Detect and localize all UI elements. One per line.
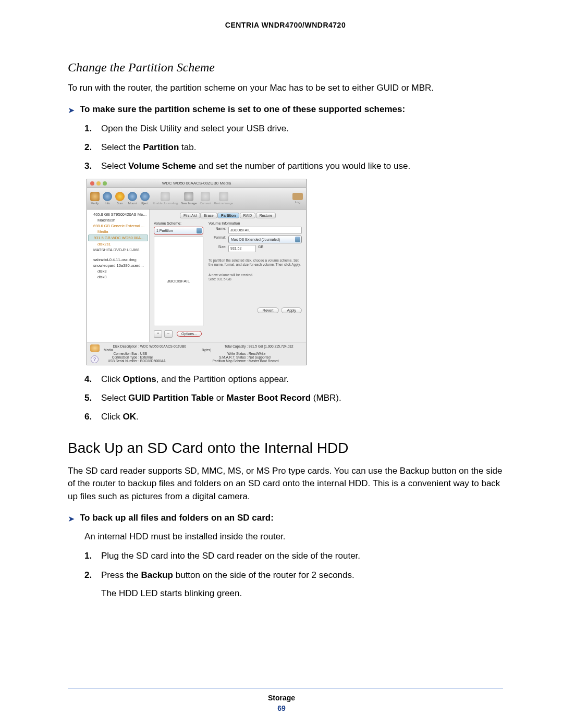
arrow-icon: ➤	[68, 513, 75, 525]
add-partition-button[interactable]: +	[154, 330, 162, 338]
info-button[interactable]: Info	[103, 192, 112, 205]
volume-scheme-label: Volume Scheme:	[154, 221, 203, 225]
page-footer: Storage 69	[0, 688, 563, 712]
name-label: Name:	[209, 227, 226, 234]
device-sidebar: 465.8 GB ST9500420AS Media Macintosh 698…	[87, 209, 150, 342]
sidebar-item-dvd[interactable]: MATSHITA DVD-R UJ-868	[88, 247, 148, 253]
convert-icon	[201, 192, 210, 201]
format-dropdown[interactable]: Mac OS Extended (Journaled)	[228, 236, 302, 243]
format-label: Format:	[209, 236, 226, 243]
resize-image-button: Resize Image	[214, 192, 233, 205]
sidebar-item-dmg2a[interactable]: disk3	[88, 268, 148, 274]
burn-icon	[115, 192, 125, 201]
log-icon	[292, 193, 303, 200]
resize-icon	[219, 192, 228, 201]
footer-page-number: 69	[0, 704, 563, 712]
window-title: WDC WD50 00AACS-00ZUB0 Media	[87, 181, 306, 186]
procedure-heading-b: ➤ To back up all files and folders on an…	[68, 513, 503, 525]
tab-erase[interactable]: Erase	[200, 213, 217, 218]
disk-utility-screenshot: WDC WD50 00AACS-00ZUB0 Media Verify Info…	[87, 179, 307, 365]
new-image-button[interactable]: New Image	[181, 192, 197, 205]
remove-partition-button[interactable]: −	[164, 330, 173, 338]
procedure-heading-text: To make sure the partition scheme is set…	[80, 104, 405, 115]
help-icon[interactable]: ?	[91, 355, 99, 363]
page-header: CENTRIA WNDR4700/WNDR4720	[68, 21, 503, 29]
step-a3: Select Volume Scheme and set the number …	[101, 159, 503, 173]
tab-raid[interactable]: RAID	[240, 213, 256, 218]
heading-change-partition: Change the Partition Scheme	[68, 60, 503, 75]
step-b1: Plug the SD card into the SD card reader…	[101, 549, 503, 563]
tab-partition[interactable]: Partition	[217, 213, 239, 218]
mount-icon	[128, 192, 137, 201]
footer-section: Storage	[0, 694, 563, 702]
sidebar-item-dmg2b[interactable]: disk3	[88, 274, 148, 280]
enable-journaling-button: Enable Journaling	[153, 192, 178, 205]
verify-icon	[90, 192, 100, 201]
revert-button[interactable]: Revert	[257, 307, 279, 313]
steps-list-a-cont: 4. Click Options, and the Partition opti…	[84, 373, 503, 424]
options-button[interactable]: Options...	[177, 331, 202, 337]
convert-button: Convert	[200, 192, 211, 205]
size-field[interactable]: 931.52	[228, 245, 256, 252]
heading-backup-sd: Back Up an SD Card onto the Internal HDD	[68, 440, 503, 456]
apply-button[interactable]: Apply	[281, 307, 302, 313]
sidebar-item-disk3a[interactable]: disk2s1	[88, 241, 148, 247]
arrow-icon: ➤	[68, 104, 75, 117]
info-icon	[103, 192, 112, 201]
partition-note-1: To partition the selected disk, choose a…	[209, 258, 302, 267]
burn-button[interactable]: Burn	[115, 192, 125, 205]
step-a6: Click OK.	[101, 410, 503, 424]
step-a2: Select the Partition tab.	[101, 141, 503, 154]
step-b2-post: The HDD LED starts blinking green.	[101, 587, 503, 600]
mount-button[interactable]: Mount	[128, 192, 137, 205]
tab-restore[interactable]: Restore	[256, 213, 276, 218]
partition-layout-box[interactable]: JBODisFAIL	[154, 237, 203, 326]
step-a1: Open the Disk Utility and select your US…	[101, 122, 503, 135]
eject-icon	[140, 192, 150, 201]
partition-name: JBODisFAIL	[167, 279, 190, 283]
procedure-heading-b-text: To back up all files and folders on an S…	[80, 513, 274, 523]
partition-note-2: A new volume will be created. Size: 931.…	[209, 273, 302, 281]
log-button[interactable]: Log	[292, 193, 303, 204]
tab-bar: First Aid Erase Partition RAID Restore	[154, 213, 302, 218]
size-label: Size:	[209, 245, 226, 252]
sidebar-item-dmg1[interactable]: sabnzbd-0.4.11-osx.dmg	[88, 257, 148, 263]
disk-icon	[90, 344, 100, 352]
name-field[interactable]: JBODisFAIL	[228, 227, 302, 234]
volume-scheme-dropdown[interactable]: 1 Partition	[154, 227, 203, 235]
window-titlebar: WDC WD50 00AACS-00ZUB0 Media	[87, 179, 306, 188]
sidebar-item-disk3[interactable]: 931.5 GB WDC WD50 00AA...	[88, 235, 148, 241]
procedure-heading-a: ➤ To make sure the partition scheme is s…	[68, 104, 503, 117]
volume-info-heading: Volume Information	[209, 221, 302, 225]
sidebar-item-disk2[interactable]: 698.6 GB Generic External ...	[88, 223, 148, 229]
journaling-icon	[161, 192, 170, 201]
intro-para-a: To run with the router, the partition sc…	[68, 82, 503, 95]
eject-button[interactable]: Eject	[140, 192, 150, 205]
sidebar-item-disk1a[interactable]: Macintosh	[88, 217, 148, 223]
new-image-icon	[184, 192, 193, 201]
sidebar-item-disk2a[interactable]: Media	[88, 229, 148, 235]
step-b2: Press the Backup button on the side of t…	[101, 569, 503, 582]
step-a4: Click Options, and the Partition options…	[101, 373, 503, 386]
size-units: GB	[258, 245, 263, 252]
verify-button[interactable]: Verify	[90, 192, 100, 205]
tab-first-aid[interactable]: First Aid	[180, 213, 200, 218]
sidebar-item-dmg2[interactable]: snowleopard.10a380.userd...	[88, 263, 148, 268]
intro-para-b: The SD card reader supports SD, MMC, MS,…	[68, 465, 503, 503]
step-a5: Select GUID Partition Table or Master Bo…	[101, 391, 503, 405]
steps-list-b: 1.Plug the SD card into the SD card read…	[84, 549, 503, 582]
steps-list-a: 1.Open the Disk Utility and select your …	[84, 122, 503, 174]
sidebar-item-disk1[interactable]: 465.8 GB ST9500420AS Media	[88, 212, 148, 217]
toolbar: Verify Info Burn Mount Eject Enable Jour…	[87, 188, 306, 209]
info-bar: ? Disk Description : WDC WD50 00AACS-00Z…	[87, 342, 306, 365]
pre-note-b: An internal HDD must be installed inside…	[84, 530, 503, 544]
